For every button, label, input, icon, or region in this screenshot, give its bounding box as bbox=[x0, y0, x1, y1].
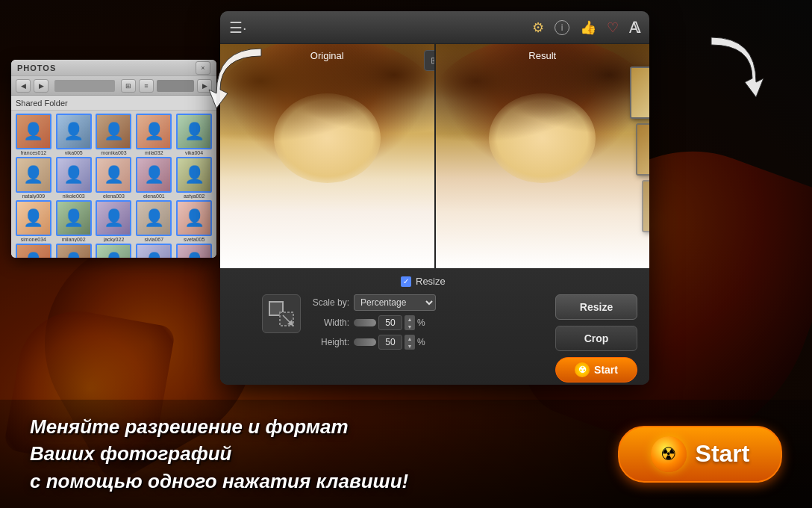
photo-item[interactable]: 👤lila002 bbox=[95, 244, 134, 258]
photo-name: nataly009 bbox=[22, 193, 45, 199]
start-large-label: Start bbox=[696, 440, 750, 468]
main-content: PHOTOS × ◀ ▶ ⊞ ≡ ▶ Shared Folder 👤france… bbox=[0, 0, 812, 508]
face-avatar: 👤 bbox=[178, 158, 210, 191]
photo-item[interactable]: 👤simone034 bbox=[14, 200, 53, 242]
photo-item[interactable]: 👤elena003 bbox=[95, 157, 134, 199]
toolbar-grid[interactable]: ⊞ bbox=[121, 79, 136, 93]
controls-area: ✓ Resize Scale by: bbox=[220, 268, 649, 385]
photo-item[interactable]: 👤michaela003 bbox=[54, 244, 93, 258]
photo-name: vika005 bbox=[65, 150, 83, 155]
width-row: Width: ▲ ▼ % bbox=[308, 315, 540, 330]
app-window: ☰· ⚙ i 👍 ♡ 𝔸 Original ⊞ bbox=[220, 11, 649, 385]
nuclear-icon-small: ☢ bbox=[575, 362, 590, 377]
width-stepper-up[interactable]: ▲ bbox=[405, 315, 415, 323]
photo-grid: 👤frances012👤vika005👤monika003👤mila032👤vi… bbox=[11, 111, 216, 258]
photo-name: nikole003 bbox=[63, 193, 85, 199]
width-percent: % bbox=[417, 318, 425, 328]
toolbar-list[interactable]: ≡ bbox=[139, 79, 154, 93]
height-stepper[interactable]: ▲ ▼ bbox=[405, 335, 415, 350]
image-area: Original ⊞ Result bbox=[220, 44, 649, 268]
face-avatar: 👤 bbox=[97, 115, 130, 148]
photo-item[interactable]: 👤jacky022 bbox=[95, 200, 134, 242]
face-avatar: 👤 bbox=[17, 115, 50, 148]
photo-name: sveta005 bbox=[184, 237, 204, 242]
title-bar-left: ☰· bbox=[229, 19, 247, 37]
info-icon[interactable]: i bbox=[555, 20, 569, 35]
photo-thumb: 👤 bbox=[16, 114, 51, 149]
photos-titlebar: PHOTOS × bbox=[11, 60, 216, 76]
face-avatar: 👤 bbox=[57, 202, 90, 235]
photo-item[interactable]: 👤elena001 bbox=[134, 157, 173, 199]
photo-item[interactable]: 👤sivia067 bbox=[134, 200, 173, 242]
photo-item[interactable]: 👤mila032 bbox=[134, 114, 173, 155]
menu-icon[interactable]: ☰· bbox=[229, 19, 247, 37]
height-stepper-up[interactable]: ▲ bbox=[405, 335, 415, 342]
photos-close-btn[interactable]: × bbox=[196, 61, 210, 75]
shared-folder-bar: Shared Folder bbox=[11, 96, 216, 111]
height-input-wrap: ▲ ▼ % bbox=[354, 335, 425, 350]
face-avatar: 👤 bbox=[97, 202, 130, 235]
face-avatar: 👤 bbox=[57, 115, 90, 148]
photo-thumb: 👤 bbox=[16, 157, 51, 193]
photo-thumb: 👤 bbox=[136, 200, 172, 236]
photo-item[interactable]: 👤monika003 bbox=[95, 114, 134, 155]
photo-thumb: 👤 bbox=[56, 114, 92, 149]
resize-checkbox[interactable]: ✓ bbox=[401, 276, 411, 287]
photo-item[interactable]: 👤nikole003 bbox=[54, 157, 93, 199]
split-view-icon[interactable]: ⊞ bbox=[424, 50, 434, 71]
photo-name: elena001 bbox=[143, 193, 165, 199]
main-controls-row: Scale by: Percentage Pixels Width: ▲ bbox=[232, 294, 637, 382]
photo-name: elena003 bbox=[103, 193, 125, 199]
thumbup-icon[interactable]: 👍 bbox=[580, 19, 596, 36]
action-buttons: Resize Crop ☢ Start bbox=[555, 294, 637, 382]
arrow-right bbox=[689, 30, 778, 123]
toolbar-action[interactable]: ▶ bbox=[197, 79, 212, 93]
photo-thumb: 👤 bbox=[176, 114, 212, 149]
resize-button[interactable]: Resize bbox=[555, 294, 637, 320]
photos-title: PHOTOS bbox=[17, 64, 56, 72]
photo-thumb: 👤 bbox=[136, 157, 172, 193]
photo-name: simone034 bbox=[21, 237, 46, 242]
width-stepper[interactable]: ▲ ▼ bbox=[405, 315, 415, 330]
photo-item[interactable]: 👤olya006 bbox=[134, 244, 173, 258]
bottom-line2: Ваших фотографий bbox=[30, 440, 408, 467]
width-input[interactable] bbox=[378, 315, 402, 330]
original-label: Original bbox=[310, 50, 344, 61]
photo-item[interactable]: 👤vika004 bbox=[175, 114, 213, 155]
photo-item[interactable]: 👤sveta005 bbox=[175, 200, 213, 242]
font-icon[interactable]: 𝔸 bbox=[629, 19, 640, 37]
width-slider[interactable] bbox=[354, 319, 376, 326]
photo-name: jacky022 bbox=[104, 237, 125, 242]
height-stepper-down[interactable]: ▼ bbox=[405, 342, 415, 350]
photo-thumb: 👤 bbox=[16, 244, 51, 258]
start-small-button[interactable]: ☢ Start bbox=[555, 357, 637, 382]
scale-by-select[interactable]: Percentage Pixels bbox=[354, 294, 436, 311]
heart-icon[interactable]: ♡ bbox=[607, 19, 619, 36]
gear-icon[interactable]: ⚙ bbox=[532, 19, 544, 36]
result-panel: Result bbox=[436, 44, 650, 268]
crop-button[interactable]: Crop bbox=[555, 326, 637, 351]
photo-item[interactable]: 👤nataly009 bbox=[14, 157, 53, 199]
result-preview-stack bbox=[630, 66, 649, 232]
width-stepper-down[interactable]: ▼ bbox=[405, 323, 415, 330]
height-input[interactable] bbox=[378, 335, 402, 350]
photo-item[interactable]: 👤elena002 bbox=[175, 244, 213, 258]
start-button-large[interactable]: ☢ Start bbox=[618, 426, 782, 483]
resize-transform-icon[interactable] bbox=[262, 294, 301, 333]
face-avatar: 👤 bbox=[137, 115, 170, 148]
toolbar-fwd[interactable]: ▶ bbox=[34, 79, 49, 93]
photo-thumb: 👤 bbox=[56, 157, 92, 193]
scale-by-row: Scale by: Percentage Pixels bbox=[308, 294, 540, 311]
toolbar-back[interactable]: ◀ bbox=[16, 79, 31, 93]
height-slider[interactable] bbox=[354, 338, 376, 346]
photo-item[interactable]: 👤lisa044 bbox=[14, 244, 53, 258]
nuclear-icon-large: ☢ bbox=[651, 436, 687, 472]
photo-item[interactable]: 👤vika005 bbox=[54, 114, 93, 155]
photo-item[interactable]: 👤astya002 bbox=[175, 157, 213, 199]
photo-thumb: 👤 bbox=[56, 244, 92, 258]
photo-item[interactable]: 👤frances012 bbox=[14, 114, 53, 155]
face-avatar: 👤 bbox=[17, 245, 50, 258]
photo-item[interactable]: 👤milany002 bbox=[54, 200, 93, 242]
title-bar-icons: ⚙ i 👍 ♡ 𝔸 bbox=[532, 19, 640, 37]
face-avatar: 👤 bbox=[97, 158, 130, 191]
